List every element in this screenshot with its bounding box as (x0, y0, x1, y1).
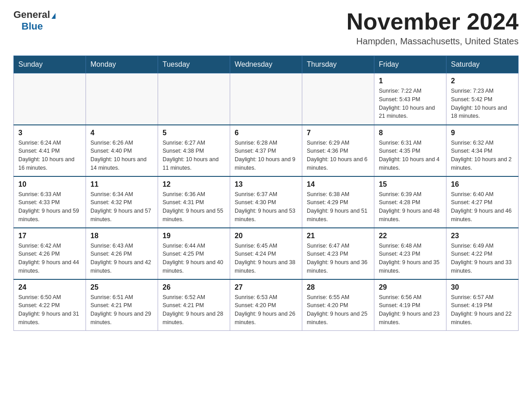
day-info: Sunrise: 6:37 AMSunset: 4:30 PMDaylight:… (235, 190, 297, 224)
day-number: 28 (307, 283, 369, 291)
calendar-day-cell: 3Sunrise: 6:24 AMSunset: 4:41 PMDaylight… (14, 125, 86, 176)
calendar-day-cell: 25Sunrise: 6:51 AMSunset: 4:21 PMDayligh… (86, 279, 158, 331)
location-subtitle: Hampden, Massachusetts, United States (347, 36, 519, 47)
calendar-week-row: 10Sunrise: 6:33 AMSunset: 4:33 PMDayligh… (14, 176, 519, 228)
calendar-day-cell: 5Sunrise: 6:27 AMSunset: 4:38 PMDaylight… (158, 125, 230, 176)
calendar-day-cell (302, 73, 374, 125)
day-number: 1 (379, 77, 442, 85)
day-number: 16 (451, 180, 514, 188)
page-header: General Blue November 2024 Hampden, Mass… (13, 9, 519, 47)
weekday-header-saturday: Saturday (446, 56, 519, 73)
calendar-day-cell: 7Sunrise: 6:29 AMSunset: 4:36 PMDaylight… (302, 125, 374, 176)
calendar-day-cell: 26Sunrise: 6:52 AMSunset: 4:21 PMDayligh… (158, 279, 230, 331)
logo: General Blue (13, 9, 56, 32)
day-info: Sunrise: 6:32 AMSunset: 4:34 PMDaylight:… (451, 139, 514, 172)
calendar-day-cell: 1Sunrise: 7:22 AMSunset: 5:43 PMDaylight… (374, 73, 446, 125)
day-info: Sunrise: 6:53 AMSunset: 4:20 PMDaylight:… (235, 293, 297, 327)
calendar-table: SundayMondayTuesdayWednesdayThursdayFrid… (13, 56, 519, 331)
day-info: Sunrise: 6:55 AMSunset: 4:20 PMDaylight:… (307, 293, 369, 327)
calendar-day-cell: 6Sunrise: 6:28 AMSunset: 4:37 PMDaylight… (230, 125, 302, 176)
calendar-day-cell: 27Sunrise: 6:53 AMSunset: 4:20 PMDayligh… (230, 279, 302, 331)
day-info: Sunrise: 6:56 AMSunset: 4:19 PMDaylight:… (379, 293, 442, 327)
day-number: 30 (451, 283, 514, 291)
day-number: 15 (379, 180, 442, 188)
logo-blue-text: Blue (21, 21, 43, 32)
weekday-header-row: SundayMondayTuesdayWednesdayThursdayFrid… (14, 56, 519, 73)
day-info: Sunrise: 6:28 AMSunset: 4:37 PMDaylight:… (235, 139, 297, 172)
day-number: 3 (18, 129, 81, 137)
calendar-day-cell: 22Sunrise: 6:48 AMSunset: 4:23 PMDayligh… (374, 228, 446, 279)
calendar-day-cell: 19Sunrise: 6:44 AMSunset: 4:25 PMDayligh… (158, 228, 230, 279)
day-info: Sunrise: 6:38 AMSunset: 4:29 PMDaylight:… (307, 190, 369, 224)
calendar-day-cell (14, 73, 86, 125)
weekday-header-sunday: Sunday (14, 56, 86, 73)
calendar-day-cell: 30Sunrise: 6:57 AMSunset: 4:19 PMDayligh… (446, 279, 519, 331)
day-info: Sunrise: 6:45 AMSunset: 4:24 PMDaylight:… (235, 242, 297, 275)
calendar-day-cell: 12Sunrise: 6:36 AMSunset: 4:31 PMDayligh… (158, 176, 230, 228)
calendar-day-cell: 28Sunrise: 6:55 AMSunset: 4:20 PMDayligh… (302, 279, 374, 331)
calendar-day-cell: 8Sunrise: 6:31 AMSunset: 4:35 PMDaylight… (374, 125, 446, 176)
weekday-header-friday: Friday (374, 56, 446, 73)
calendar-day-cell: 24Sunrise: 6:50 AMSunset: 4:22 PMDayligh… (14, 279, 86, 331)
day-number: 26 (163, 283, 225, 291)
day-info: Sunrise: 6:40 AMSunset: 4:27 PMDaylight:… (451, 190, 514, 224)
calendar-day-cell: 18Sunrise: 6:43 AMSunset: 4:26 PMDayligh… (86, 228, 158, 279)
weekday-header-tuesday: Tuesday (158, 56, 230, 73)
weekday-header-wednesday: Wednesday (230, 56, 302, 73)
day-info: Sunrise: 6:50 AMSunset: 4:22 PMDaylight:… (18, 293, 81, 327)
weekday-header-thursday: Thursday (302, 56, 374, 73)
day-number: 29 (379, 283, 442, 291)
calendar-week-row: 1Sunrise: 7:22 AMSunset: 5:43 PMDaylight… (14, 73, 519, 125)
logo-triangle-icon (51, 13, 56, 19)
day-info: Sunrise: 6:48 AMSunset: 4:23 PMDaylight:… (379, 242, 442, 275)
calendar-day-cell: 13Sunrise: 6:37 AMSunset: 4:30 PMDayligh… (230, 176, 302, 228)
day-number: 8 (379, 129, 442, 137)
day-number: 23 (451, 232, 514, 240)
calendar-day-cell: 29Sunrise: 6:56 AMSunset: 4:19 PMDayligh… (374, 279, 446, 331)
calendar-day-cell: 9Sunrise: 6:32 AMSunset: 4:34 PMDaylight… (446, 125, 519, 176)
day-number: 13 (235, 180, 297, 188)
day-info: Sunrise: 6:34 AMSunset: 4:32 PMDaylight:… (90, 190, 153, 224)
calendar-day-cell: 21Sunrise: 6:47 AMSunset: 4:23 PMDayligh… (302, 228, 374, 279)
day-info: Sunrise: 6:26 AMSunset: 4:40 PMDaylight:… (90, 139, 153, 172)
day-info: Sunrise: 6:24 AMSunset: 4:41 PMDaylight:… (18, 139, 81, 172)
day-info: Sunrise: 6:51 AMSunset: 4:21 PMDaylight:… (90, 293, 153, 327)
day-info: Sunrise: 6:47 AMSunset: 4:23 PMDaylight:… (307, 242, 369, 275)
day-info: Sunrise: 6:27 AMSunset: 4:38 PMDaylight:… (163, 139, 225, 172)
day-number: 5 (163, 129, 225, 137)
day-info: Sunrise: 6:52 AMSunset: 4:21 PMDaylight:… (163, 293, 225, 327)
calendar-day-cell: 23Sunrise: 6:49 AMSunset: 4:22 PMDayligh… (446, 228, 519, 279)
day-info: Sunrise: 6:49 AMSunset: 4:22 PMDaylight:… (451, 242, 514, 275)
day-number: 22 (379, 232, 442, 240)
calendar-day-cell: 15Sunrise: 6:39 AMSunset: 4:28 PMDayligh… (374, 176, 446, 228)
calendar-day-cell (86, 73, 158, 125)
day-number: 19 (163, 232, 225, 240)
day-number: 27 (235, 283, 297, 291)
day-number: 9 (451, 129, 514, 137)
day-number: 20 (235, 232, 297, 240)
calendar-day-cell (230, 73, 302, 125)
calendar-week-row: 3Sunrise: 6:24 AMSunset: 4:41 PMDaylight… (14, 125, 519, 176)
day-info: Sunrise: 6:57 AMSunset: 4:19 PMDaylight:… (451, 293, 514, 327)
logo-general-text: General (13, 9, 50, 21)
day-info: Sunrise: 6:31 AMSunset: 4:35 PMDaylight:… (379, 139, 442, 172)
day-info: Sunrise: 6:39 AMSunset: 4:28 PMDaylight:… (379, 190, 442, 224)
day-number: 7 (307, 129, 369, 137)
calendar-day-cell: 2Sunrise: 7:23 AMSunset: 5:42 PMDaylight… (446, 73, 519, 125)
calendar-day-cell: 20Sunrise: 6:45 AMSunset: 4:24 PMDayligh… (230, 228, 302, 279)
calendar-day-cell (158, 73, 230, 125)
calendar-day-cell: 17Sunrise: 6:42 AMSunset: 4:26 PMDayligh… (14, 228, 86, 279)
day-number: 12 (163, 180, 225, 188)
day-info: Sunrise: 6:33 AMSunset: 4:33 PMDaylight:… (18, 190, 81, 224)
calendar-day-cell: 4Sunrise: 6:26 AMSunset: 4:40 PMDaylight… (86, 125, 158, 176)
day-number: 18 (90, 232, 153, 240)
day-info: Sunrise: 6:43 AMSunset: 4:26 PMDaylight:… (90, 242, 153, 275)
calendar-day-cell: 11Sunrise: 6:34 AMSunset: 4:32 PMDayligh… (86, 176, 158, 228)
weekday-header-monday: Monday (86, 56, 158, 73)
day-number: 11 (90, 180, 153, 188)
calendar-day-cell: 14Sunrise: 6:38 AMSunset: 4:29 PMDayligh… (302, 176, 374, 228)
calendar-day-cell: 10Sunrise: 6:33 AMSunset: 4:33 PMDayligh… (14, 176, 86, 228)
day-info: Sunrise: 6:29 AMSunset: 4:36 PMDaylight:… (307, 139, 369, 172)
day-info: Sunrise: 7:22 AMSunset: 5:43 PMDaylight:… (379, 87, 442, 120)
day-number: 2 (451, 77, 514, 85)
